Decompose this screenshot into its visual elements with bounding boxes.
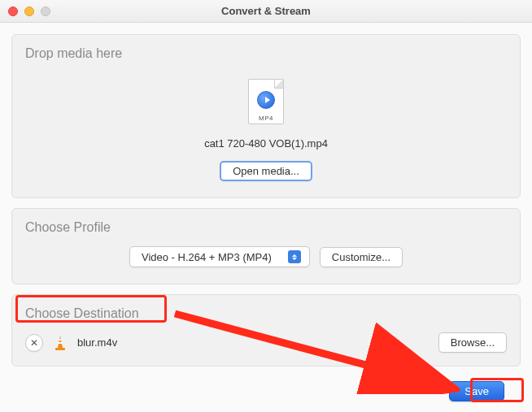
window-content: Drop media here MP4 cat1 720-480 VOB(1).… [0,23,532,410]
svg-marker-0 [58,336,63,348]
destination-filename: blur.m4v [77,336,430,349]
footer: Save [11,376,521,401]
traffic-lights [0,7,50,16]
browse-button[interactable]: Browse... [438,332,507,353]
profile-row: Video - H.264 + MP3 (MP4) Customize... [25,243,507,272]
profile-select[interactable]: Video - H.264 + MP3 (MP4) [129,246,310,267]
media-filename: cat1 720-480 VOB(1).mp4 [25,137,507,150]
file-badge: MP4 [249,115,283,122]
maximize-window-button [41,7,50,16]
profile-title: Choose Profile [25,220,507,235]
svg-rect-2 [58,342,62,344]
save-button[interactable]: Save [449,381,504,401]
open-media-button[interactable]: Open media... [220,161,312,181]
customize-button[interactable]: Customize... [320,247,403,267]
dropzone-title: Drop media here [25,46,507,61]
destination-title: Choose Destination [25,306,507,321]
titlebar: Convert & Stream [0,0,532,23]
minimize-window-button[interactable] [24,7,34,16]
destination-row: ✕ blur.m4v Browse... [25,329,507,353]
select-caret-icon [288,250,301,263]
x-icon: ✕ [30,337,38,349]
vlc-cone-icon [51,334,69,352]
window-title: Convert & Stream [0,5,532,17]
clear-destination-button[interactable]: ✕ [25,334,43,352]
close-window-button[interactable] [8,7,18,16]
quicktime-play-icon [257,91,275,109]
dropzone-panel: Drop media here MP4 cat1 720-480 VOB(1).… [11,34,521,198]
svg-rect-1 [59,339,62,340]
profile-panel: Choose Profile Video - H.264 + MP3 (MP4)… [11,208,521,284]
destination-panel: Choose Destination ✕ blur.m4v Browse... [11,294,521,366]
profile-selected-value: Video - H.264 + MP3 (MP4) [142,251,272,263]
media-file-icon: MP4 [248,79,284,124]
svg-rect-3 [55,348,65,350]
dropzone-area[interactable]: MP4 cat1 720-480 VOB(1).mp4 Open media..… [25,69,507,186]
